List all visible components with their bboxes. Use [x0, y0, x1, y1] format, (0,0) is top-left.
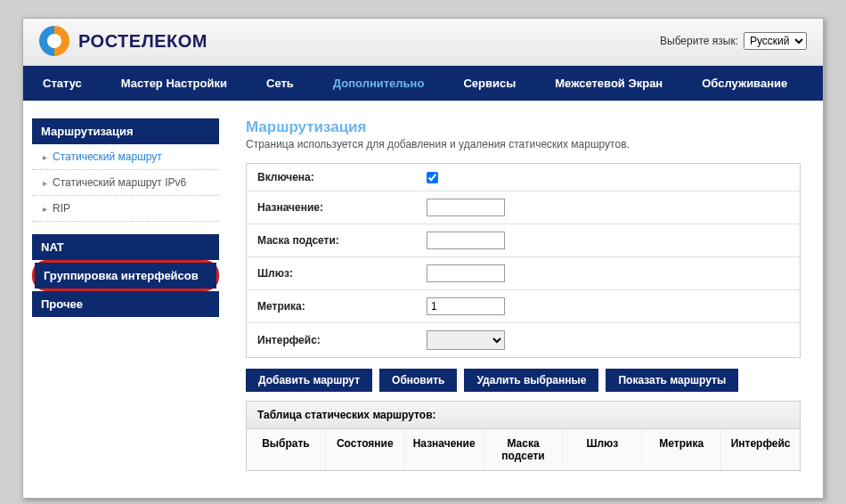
page-description: Страница используется для добавления и у…	[246, 138, 801, 150]
col-interface: Интерфейс	[721, 429, 800, 470]
metric-label: Метрика:	[257, 300, 427, 313]
routes-table-title: Таблица статических маршрутов:	[247, 402, 800, 429]
subnet-mask-input[interactable]	[427, 232, 505, 249]
language-select[interactable]: Русский	[744, 32, 807, 50]
sidebar-header-interface-grouping[interactable]: Группировка интерфейсов	[35, 263, 216, 289]
subnet-mask-label: Маска подсети:	[257, 234, 427, 247]
update-button[interactable]: Обновить	[379, 369, 457, 392]
bullet-icon: ▸	[43, 152, 47, 162]
nav-advanced[interactable]: Дополнительно	[313, 66, 444, 101]
col-gateway: Шлюз	[563, 429, 642, 470]
bullet-icon: ▸	[43, 178, 47, 188]
nav-firewall[interactable]: Межсетевой Экран	[535, 66, 682, 101]
show-routes-button[interactable]: Показать маршруты	[606, 369, 738, 392]
action-buttons: Добавить маршрут Обновить Удалить выбран…	[246, 369, 801, 392]
sidebar-header-nat[interactable]: NAT	[32, 234, 219, 260]
page-title: Маршрутизация	[246, 118, 801, 136]
delete-selected-button[interactable]: Удалить выбранные	[464, 369, 598, 392]
nav-maintenance[interactable]: Обслуживание	[682, 66, 807, 101]
routes-table: Таблица статических маршрутов: Выбрать С…	[246, 401, 801, 471]
route-form: Включена: Назначение: Маска подсети: Шлю…	[246, 163, 801, 358]
col-select: Выбрать	[247, 429, 326, 470]
enabled-checkbox[interactable]	[427, 172, 438, 183]
gateway-input[interactable]	[427, 264, 505, 282]
destination-label: Назначение:	[257, 201, 427, 214]
add-route-button[interactable]: Добавить маршрут	[246, 369, 372, 392]
language-label: Выберите язык:	[660, 35, 738, 47]
logo: РОСТЕЛЕКОМ	[39, 26, 207, 56]
sidebar-item-static-route-ipv6[interactable]: ▸ Статический маршрут IPv6	[32, 170, 219, 196]
content: Маршрутизация Страница используется для …	[246, 118, 801, 471]
routes-table-header: Выбрать Состояние Назначение Маска подсе…	[247, 429, 800, 470]
sidebar-item-static-route[interactable]: ▸ Статический маршрут	[32, 144, 219, 170]
nav-status[interactable]: Статус	[23, 66, 102, 101]
logo-text: РОСТЕЛЕКОМ	[78, 31, 207, 52]
interface-select[interactable]	[427, 330, 505, 350]
header: РОСТЕЛЕКОМ Выберите язык: Русский	[23, 19, 823, 66]
nav-wizard[interactable]: Мастер Настройки	[102, 66, 247, 101]
nav-services[interactable]: Сервисы	[443, 66, 535, 101]
sidebar-item-label: RIP	[53, 202, 70, 215]
col-state: Состояние	[326, 429, 405, 470]
highlight-annotation: Группировка интерфейсов	[32, 260, 219, 291]
col-destination: Назначение	[405, 429, 484, 470]
sidebar: Маршрутизация ▸ Статический маршрут ▸ Ст…	[32, 118, 219, 317]
sidebar-item-label: Статический маршрут IPv6	[53, 176, 186, 189]
sidebar-item-rip[interactable]: ▸ RIP	[32, 196, 219, 222]
bullet-icon: ▸	[43, 204, 47, 214]
main-nav: Статус Мастер Настройки Сеть Дополнитель…	[23, 66, 823, 101]
sidebar-item-label: Статический маршрут	[53, 150, 162, 163]
interface-label: Интерфейс:	[257, 334, 427, 346]
sidebar-header-routing[interactable]: Маршрутизация	[32, 118, 219, 144]
gateway-label: Шлюз:	[257, 267, 427, 280]
destination-input[interactable]	[427, 199, 505, 216]
logo-icon	[39, 26, 69, 56]
col-metric: Метрика	[642, 429, 721, 470]
language-selector: Выберите язык: Русский	[660, 32, 807, 50]
nav-network[interactable]: Сеть	[247, 66, 313, 101]
enabled-label: Включена:	[257, 171, 427, 183]
sidebar-header-other[interactable]: Прочее	[32, 291, 219, 317]
metric-input[interactable]	[427, 297, 505, 315]
col-mask: Маска подсети	[484, 429, 564, 470]
